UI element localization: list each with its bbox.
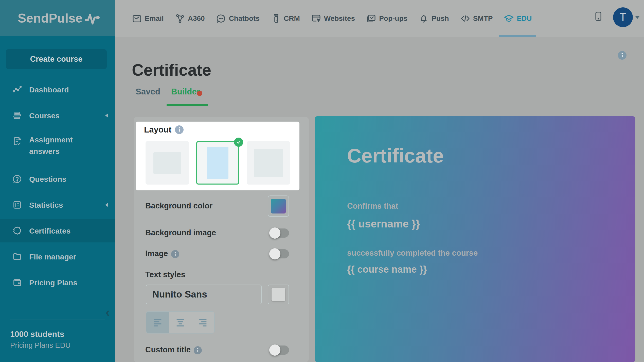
layout-thumbnail (254, 149, 283, 177)
avatar-letter: T (620, 11, 627, 24)
toggle-knob (269, 344, 280, 356)
certificate-preview: Certificate Confirms that {{ username }}… (315, 116, 635, 362)
product-nav: Email A360 Chatbots CRM Websites Pop-ups (132, 0, 532, 37)
font-family-select[interactable]: Nunito Sans (146, 285, 262, 304)
layout-section: Layout (136, 122, 299, 190)
popup-window-icon (366, 13, 376, 24)
mobile-view-button[interactable] (595, 11, 602, 21)
preview-completed-line: successfully completed the course (347, 249, 478, 258)
topnav-item-crm[interactable]: CRM (271, 0, 300, 37)
preview-course-placeholder: {{ course name }} (347, 264, 427, 275)
text-color-picker[interactable] (268, 285, 289, 304)
logo-text: SendPulse (18, 11, 83, 26)
text-color-swatch (272, 288, 285, 301)
background-color-picker[interactable] (268, 195, 289, 217)
align-right-icon (198, 318, 207, 327)
line-chart-icon (12, 85, 22, 95)
sidebar-item-file-manager[interactable]: File manager (0, 245, 115, 268)
folder-icon (12, 252, 22, 262)
topnav-label: Email (145, 14, 164, 23)
layout-label: Layout (144, 125, 171, 135)
preview-confirms-line: Confirms that (347, 202, 398, 211)
sidebar-item-statistics[interactable]: Statistics (0, 193, 115, 216)
envelope-icon (132, 13, 142, 24)
unsaved-changes-dot (197, 91, 202, 96)
create-course-button[interactable]: Create course (6, 49, 107, 69)
custom-title-info-icon[interactable] (194, 346, 202, 354)
topnav-label: EDU (517, 14, 532, 23)
assignment-check-icon (12, 136, 22, 146)
align-left-icon (153, 318, 162, 327)
tabs-divider (131, 106, 644, 106)
topnav-item-email[interactable]: Email (132, 0, 164, 37)
sidebar-item-pricing-plans[interactable]: Pricing Plans (0, 271, 115, 294)
layout-option-image-right[interactable] (247, 141, 290, 185)
align-right-button[interactable] (192, 312, 214, 333)
topnav-label: Websites (324, 14, 355, 23)
preview-title: Certificate (347, 144, 444, 167)
topnav-label: A360 (188, 14, 205, 23)
wallet-icon (12, 277, 22, 288)
tab-builder[interactable]: Builder (171, 87, 200, 96)
account-menu-caret-icon[interactable] (635, 16, 640, 19)
topnav-item-edu[interactable]: EDU (504, 0, 532, 37)
pulse-icon (85, 12, 100, 26)
browser-cursor-icon (311, 13, 321, 24)
tab-saved[interactable]: Saved (136, 87, 160, 96)
layout-option-image-center-selected[interactable] (196, 141, 239, 185)
background-color-label: Background color (145, 201, 212, 210)
app-window: Email A360 Chatbots CRM Websites Pop-ups (0, 0, 644, 362)
topnav-item-popups[interactable]: Pop-ups (366, 0, 407, 37)
align-center-icon (176, 318, 185, 327)
custom-title-label: Custom title (145, 345, 202, 354)
background-image-toggle[interactable] (270, 228, 289, 238)
submenu-arrow-icon (105, 113, 108, 118)
align-left-button[interactable] (146, 312, 169, 333)
topnav-label: CRM (284, 14, 300, 23)
plan-name[interactable]: Pricing Plans EDU (10, 341, 71, 350)
background-color-swatch (271, 199, 286, 213)
code-icon (460, 13, 470, 24)
topnav-item-a360[interactable]: A360 (175, 0, 205, 37)
books-stack-icon (12, 110, 22, 121)
layout-header: Layout (144, 125, 184, 135)
selected-check-badge (234, 138, 243, 147)
image-info-icon[interactable] (171, 250, 179, 258)
sidebar-item-dashboard[interactable]: Dashboard (0, 78, 115, 101)
bell-icon (419, 13, 429, 24)
custom-title-toggle[interactable] (270, 345, 289, 355)
top-bar: Email A360 Chatbots CRM Websites Pop-ups (115, 0, 644, 37)
sidebar-divider (10, 320, 105, 320)
layout-thumbnail (153, 152, 181, 174)
chat-bubble-icon (216, 13, 226, 24)
sidebar-item-questions[interactable]: Questions (0, 168, 115, 190)
question-bubble-icon (12, 174, 22, 184)
topnav-item-chatbots[interactable]: Chatbots (216, 0, 260, 37)
sidebar-item-courses[interactable]: Courses (0, 104, 115, 127)
topnav-item-smtp[interactable]: SMTP (460, 0, 493, 37)
background-image-label: Background image (145, 228, 216, 237)
mobile-phone-icon (595, 11, 602, 21)
page-info-icon[interactable] (618, 51, 629, 62)
align-center-button[interactable] (169, 312, 191, 333)
topnav-label: Push (432, 14, 449, 23)
toggle-knob (269, 227, 280, 239)
account-avatar[interactable]: T (613, 7, 633, 27)
font-family-value: Nunito Sans (152, 289, 207, 300)
layout-info-icon[interactable] (175, 125, 184, 134)
certificate-badge-icon (12, 226, 22, 236)
submenu-arrow-icon (105, 203, 108, 207)
statistics-panel-icon (12, 200, 22, 210)
topnav-item-websites[interactable]: Websites (311, 0, 355, 37)
image-label: Image (145, 249, 179, 258)
sidebar-collapse-chevron-icon[interactable]: ‹ (105, 306, 110, 319)
preview-username-placeholder: {{ username }} (347, 218, 420, 230)
text-align-group (146, 311, 215, 334)
topnav-item-push[interactable]: Push (419, 0, 449, 37)
sidebar-item-certificates[interactable]: Certificates (0, 219, 115, 242)
topnav-label: Pop-ups (379, 14, 407, 23)
layout-option-image-left[interactable] (146, 141, 189, 185)
sidebar-item-assignment-answers[interactable]: Assignment answers (0, 130, 115, 164)
sendpulse-logo[interactable]: SendPulse (18, 11, 100, 26)
image-toggle[interactable] (270, 249, 289, 258)
